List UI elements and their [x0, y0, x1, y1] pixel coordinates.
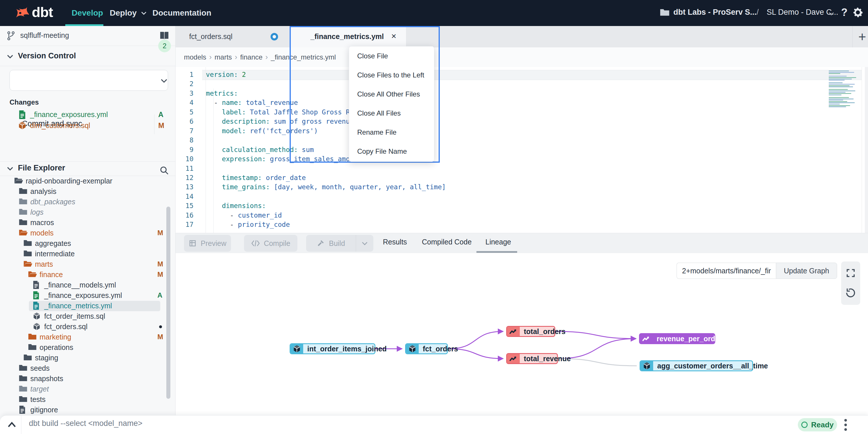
- project-name[interactable]: dbt Labs - ProServ S...: [673, 8, 756, 17]
- menu-item-close-all-other-files[interactable]: Close All Other Files: [349, 85, 434, 104]
- tree-item-macros[interactable]: macros: [0, 218, 175, 228]
- fullscreen-icon[interactable]: [845, 268, 856, 278]
- tree-item-label: _finance__models.yml: [44, 281, 116, 289]
- code-minimap[interactable]: [829, 70, 861, 108]
- tree-item-fct_orders.sql[interactable]: fct_orders.sql: [0, 322, 175, 332]
- menu-item-copy-file-name[interactable]: Copy File Name: [349, 142, 434, 161]
- tree-item-operations[interactable]: operations: [0, 342, 175, 353]
- help-icon[interactable]: ?: [841, 6, 847, 19]
- code-line-9: 9 calculation_method: sum: [175, 145, 868, 154]
- breadcrumb-models[interactable]: models: [184, 53, 206, 61]
- breadcrumb-separator: ›: [235, 53, 237, 62]
- git-branch-row[interactable]: sqlfluff-meeting: [0, 26, 175, 46]
- build-dropdown-button[interactable]: [356, 235, 373, 252]
- environment-chevron-icon[interactable]: [828, 10, 835, 17]
- kebab-menu-icon[interactable]: [843, 418, 848, 432]
- menu-item-close-files-to-the-left[interactable]: Close Files to the Left: [349, 66, 434, 85]
- nav-develop[interactable]: Develop: [72, 0, 103, 26]
- file-tree-scrollbar[interactable]: [166, 207, 170, 399]
- commit-and-sync-button[interactable]: Commit and sync: [9, 70, 168, 91]
- lineage-node-agg_customer_orders__all_time[interactable]: agg_customer_orders__all_time: [640, 360, 753, 371]
- gear-icon[interactable]: [852, 6, 864, 19]
- lineage-node-label: int_order_items_joined: [303, 345, 391, 353]
- changed-file-name: _finance_exposures.yml: [30, 110, 108, 119]
- nav-documentation[interactable]: Documentation: [152, 0, 211, 26]
- reset-view-icon[interactable]: [845, 288, 856, 298]
- lineage-canvas[interactable]: int_order_items_joinedfct_orderstotal_or…: [175, 253, 868, 415]
- ready-ring-icon: [801, 422, 808, 428]
- lineage-selector-input[interactable]: 2+models/marts/finance/_fir: [677, 263, 776, 279]
- tree-item-dbt_packages[interactable]: dbt_packages: [0, 197, 175, 207]
- breadcrumb-file[interactable]: _finance_metrics.yml: [271, 53, 336, 61]
- tree-item-label: fct_orders.sql: [44, 322, 88, 331]
- tree-item-finance[interactable]: financeM: [0, 269, 175, 280]
- collapse-panel-chevron-icon[interactable]: [5, 419, 19, 431]
- tree-item-tests[interactable]: tests: [0, 395, 175, 405]
- close-tab-icon[interactable]: ×: [391, 31, 397, 41]
- tree-item-label: dbt_packages: [30, 198, 75, 206]
- tree-item-_finance_metrics.yml[interactable]: _finance_metrics.yml: [0, 301, 175, 311]
- nav-deploy[interactable]: Deploy: [110, 0, 148, 26]
- tree-item-seeds[interactable]: seeds: [0, 363, 175, 374]
- tree-item-aggregates[interactable]: aggregates: [0, 238, 175, 249]
- code-line-15: 15 dimensions:: [175, 201, 868, 210]
- menu-item-close-all-files[interactable]: Close All Files: [349, 104, 434, 123]
- tree-item-rapid-onboarding-exemplar[interactable]: rapid-onboarding-exemplar: [0, 176, 175, 186]
- tree-item-models[interactable]: modelsM: [0, 228, 175, 238]
- build-button[interactable]: Build: [306, 235, 356, 252]
- breadcrumb-finance[interactable]: finance: [240, 53, 262, 61]
- changes-count-badge: 2: [158, 39, 171, 52]
- docs-book-icon[interactable]: [159, 31, 169, 40]
- tab-compiled-code[interactable]: Compiled Code: [422, 238, 471, 246]
- line-number: 14: [175, 192, 193, 201]
- version-control-chevron-icon[interactable]: [6, 52, 14, 61]
- breadcrumb-marts[interactable]: marts: [215, 53, 232, 61]
- tree-item-_finance_exposures.yml[interactable]: _finance_exposures.ymlA: [0, 290, 175, 301]
- update-graph-button[interactable]: Update Graph: [776, 263, 837, 279]
- tree-item-logs[interactable]: logs: [0, 207, 175, 218]
- tree-item-intermediate[interactable]: intermediate: [0, 249, 175, 259]
- version-control-title[interactable]: Version Control: [18, 52, 76, 60]
- lineage-node-total_revenue[interactable]: total_revenue: [506, 353, 558, 364]
- file-explorer-chevron-icon[interactable]: [6, 164, 14, 173]
- search-icon[interactable]: [159, 166, 169, 175]
- change-row[interactable]: _finance_exposures.yml A: [0, 109, 175, 120]
- compile-button[interactable]: Compile: [244, 235, 298, 252]
- tab-finance-metrics[interactable]: _finance_metrics.yml ×: [290, 26, 406, 48]
- menu-item-rename-file[interactable]: Rename File: [349, 123, 434, 142]
- editor-scrollbar[interactable]: [865, 67, 868, 233]
- tab-fct-orders[interactable]: fct_orders.sql: [175, 26, 290, 48]
- file-explorer-title[interactable]: File Explorer: [18, 164, 65, 173]
- change-row[interactable]: dim_customers.sql M: [0, 120, 175, 131]
- tree-item-marts[interactable]: martsM: [0, 259, 175, 269]
- tree-item-_finance__models.yml[interactable]: _finance__models.yml: [0, 280, 175, 290]
- tab-results[interactable]: Results: [383, 238, 407, 246]
- tree-item-marketing[interactable]: marketingM: [0, 332, 175, 342]
- commit-dropdown-chevron-icon[interactable]: [159, 76, 168, 85]
- tree-item-target[interactable]: target: [0, 384, 175, 395]
- folder-icon: [19, 385, 27, 393]
- menu-item-close-file[interactable]: Close File: [349, 47, 434, 66]
- tree-item-label: marts: [35, 260, 53, 268]
- folder-icon: [23, 250, 32, 257]
- results-panel-toolbar: Preview Compile Build Results Compiled C…: [175, 233, 868, 254]
- code-line-11: 11: [175, 164, 868, 173]
- tree-item-fct_order_items.sql[interactable]: fct_order_items.sql: [0, 311, 175, 322]
- tree-item-gitignore[interactable]: gitignore: [0, 405, 175, 414]
- tab-lineage[interactable]: Lineage: [486, 238, 511, 246]
- lineage-node-revenue_per_order[interactable]: revenue_per_order: [639, 333, 715, 344]
- git-status-badge: M: [157, 260, 163, 268]
- project-folder-icon: [660, 8, 670, 17]
- nav-develop-label: Develop: [72, 8, 103, 18]
- new-tab-button[interactable]: +: [855, 28, 868, 45]
- command-input[interactable]: dbt build --select <model_name>: [29, 419, 142, 428]
- lineage-node-fct_orders[interactable]: fct_orders: [405, 343, 448, 354]
- tree-item-staging[interactable]: staging: [0, 353, 175, 363]
- tree-item-snapshots[interactable]: snapshots: [0, 374, 175, 384]
- preview-button[interactable]: Preview: [184, 235, 231, 252]
- lineage-node-total_orders[interactable]: total_orders: [506, 326, 555, 337]
- line-source: timestamp: order_date: [206, 173, 306, 182]
- code-editor[interactable]: 1version: 223metrics:4 - name: total_rev…: [175, 67, 868, 233]
- lineage-node-int_order_items_joined[interactable]: int_order_items_joined: [290, 343, 375, 354]
- tree-item-analysis[interactable]: analysis: [0, 186, 175, 197]
